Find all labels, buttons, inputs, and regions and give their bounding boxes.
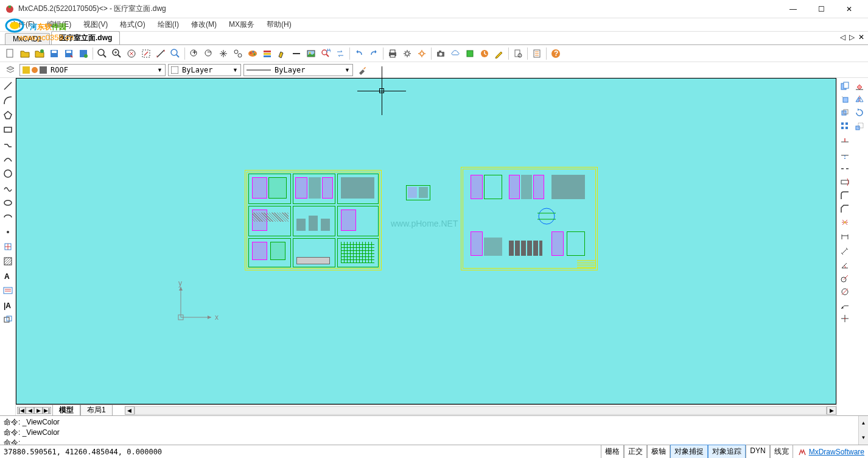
erase-tool-icon[interactable]: [853, 79, 866, 93]
brand-link[interactable]: MxDrawSoftware: [798, 448, 864, 456]
hatch-tool-icon[interactable]: [1, 255, 15, 268]
find-icon[interactable]: A: [319, 47, 332, 60]
dim-linear-icon[interactable]: [838, 231, 852, 245]
save-cloud-icon[interactable]: [77, 47, 90, 60]
cmd-scroll-up[interactable]: ▲: [859, 416, 868, 431]
copy-tool-icon[interactable]: [838, 79, 852, 93]
layer-dropdown[interactable]: ROOF ▼: [19, 64, 166, 76]
circle-tool-icon[interactable]: [1, 167, 15, 180]
hscroll-track[interactable]: [135, 406, 827, 415]
block-tool-icon[interactable]: [1, 240, 15, 253]
layout-nav-first[interactable]: |◀: [17, 407, 26, 414]
dim-radius-icon[interactable]: [838, 272, 852, 285]
ellipse-arc-tool-icon[interactable]: [1, 211, 15, 224]
save-icon[interactable]: [47, 47, 61, 60]
drawing-canvas[interactable]: www.pHome.NET x y: [16, 78, 836, 404]
mtext-tool-icon[interactable]: [1, 284, 15, 297]
open-net-icon[interactable]: [33, 47, 46, 60]
menu-format[interactable]: 格式(O): [114, 18, 151, 31]
brush-icon[interactable]: [355, 63, 369, 77]
menu-mx[interactable]: MX服务: [223, 18, 261, 31]
trim-tool-icon[interactable]: [838, 135, 852, 149]
mirror-tool-icon[interactable]: [853, 93, 866, 106]
layout-tab-1[interactable]: 布局1: [80, 404, 113, 416]
toggle-lwt[interactable]: 线宽: [770, 445, 793, 458]
offset-tool-icon[interactable]: [838, 106, 852, 119]
toggle-grid[interactable]: 栅格: [601, 445, 624, 458]
toggle-polar[interactable]: 极轴: [647, 445, 670, 458]
zoom-icon[interactable]: [96, 47, 109, 60]
zoom-realtime-icon[interactable]: [169, 47, 182, 60]
close-button[interactable]: ✕: [835, 0, 863, 18]
rectangle-tool-icon[interactable]: [1, 123, 15, 136]
text-tool-icon[interactable]: A: [1, 269, 15, 283]
leader-icon[interactable]: [838, 298, 852, 312]
redo-icon[interactable]: [367, 47, 380, 60]
gear-alt-icon[interactable]: [415, 47, 429, 60]
pan-icon[interactable]: [217, 47, 230, 60]
mtext2-tool-icon[interactable]: |A: [1, 298, 15, 312]
toggle-otrack[interactable]: 对象追踪: [708, 445, 746, 458]
layout-nav-last[interactable]: ▶|: [43, 407, 51, 414]
zoom-plus-icon[interactable]: +: [187, 47, 201, 60]
tab-nav-next[interactable]: ▷: [848, 33, 856, 41]
toggle-dyn[interactable]: DYN: [746, 445, 769, 458]
palette-icon[interactable]: [246, 47, 259, 60]
fillet-tool-icon[interactable]: [838, 189, 852, 202]
menu-modify[interactable]: 修改(M): [185, 18, 223, 31]
layers-icon[interactable]: [261, 47, 274, 60]
rotate-tool-icon[interactable]: [853, 106, 866, 119]
layer-manager-icon[interactable]: [4, 63, 17, 77]
image-icon[interactable]: [304, 47, 318, 60]
box-icon[interactable]: [463, 47, 477, 60]
saveas-icon[interactable]: [62, 47, 75, 60]
command-window[interactable]: 命令: _ViewColor 命令: _ViewColor 命令: ▲ ▼: [0, 415, 868, 445]
explode-tool-icon[interactable]: [838, 216, 852, 229]
layout-nav-next[interactable]: ▶: [34, 407, 43, 414]
pline-tool-icon[interactable]: [1, 138, 15, 151]
array-tool-icon[interactable]: [838, 119, 852, 133]
color-dropdown[interactable]: ByLayer ▼: [168, 64, 241, 76]
minimize-button[interactable]: —: [779, 0, 807, 18]
spline-tool-icon[interactable]: [1, 181, 15, 195]
cmd-scroll-down[interactable]: ▼: [859, 431, 868, 445]
break-tool-icon[interactable]: [838, 162, 852, 175]
stretch-tool-icon[interactable]: [838, 175, 852, 189]
arc3p-tool-icon[interactable]: [1, 152, 15, 166]
line-sample-icon[interactable]: [290, 47, 303, 60]
regen-icon[interactable]: [231, 47, 245, 60]
menu-view[interactable]: 视图(V): [77, 18, 114, 31]
menu-file[interactable]: 文件(F): [5, 18, 41, 31]
zoom-window-icon[interactable]: [125, 47, 138, 60]
gear-icon[interactable]: [401, 47, 414, 60]
camera-icon[interactable]: [434, 47, 447, 60]
open-icon[interactable]: [18, 47, 32, 60]
dim-angular-icon[interactable]: [838, 258, 852, 272]
menu-draw[interactable]: 绘图(I): [152, 18, 185, 31]
toggle-ortho[interactable]: 正交: [624, 445, 647, 458]
move-tool-icon[interactable]: [838, 93, 852, 106]
dim-ord-icon[interactable]: [838, 312, 852, 325]
maximize-button[interactable]: ☐: [807, 0, 835, 18]
measure-icon[interactable]: [154, 47, 167, 60]
toggle-osnap[interactable]: 对象捕捉: [670, 445, 708, 458]
highlight-icon[interactable]: [275, 47, 289, 60]
region-tool-icon[interactable]: [1, 313, 15, 326]
replace-icon[interactable]: [334, 47, 347, 60]
zoom-minus-icon[interactable]: −: [202, 47, 215, 60]
print-icon[interactable]: [386, 47, 399, 60]
help-icon[interactable]: ?: [549, 47, 562, 60]
tab-nav-close[interactable]: ✕: [857, 33, 866, 41]
zoom-in-icon[interactable]: [110, 47, 124, 60]
tab-nav-prev[interactable]: ◁: [839, 33, 847, 41]
menu-edit[interactable]: 编辑(E): [41, 18, 77, 31]
arc-tool-icon[interactable]: [1, 94, 15, 107]
cloud-icon[interactable]: [449, 47, 462, 60]
doc-tab-1[interactable]: MxCAD1: [5, 33, 50, 44]
new-icon[interactable]: [4, 47, 17, 60]
search-doc-icon[interactable]: [511, 47, 525, 60]
hscroll-right[interactable]: ▶: [827, 406, 836, 415]
point-tool-icon[interactable]: [1, 225, 15, 239]
layout-nav-prev[interactable]: ◀: [26, 407, 34, 414]
dim-diameter-icon[interactable]: [838, 285, 852, 298]
